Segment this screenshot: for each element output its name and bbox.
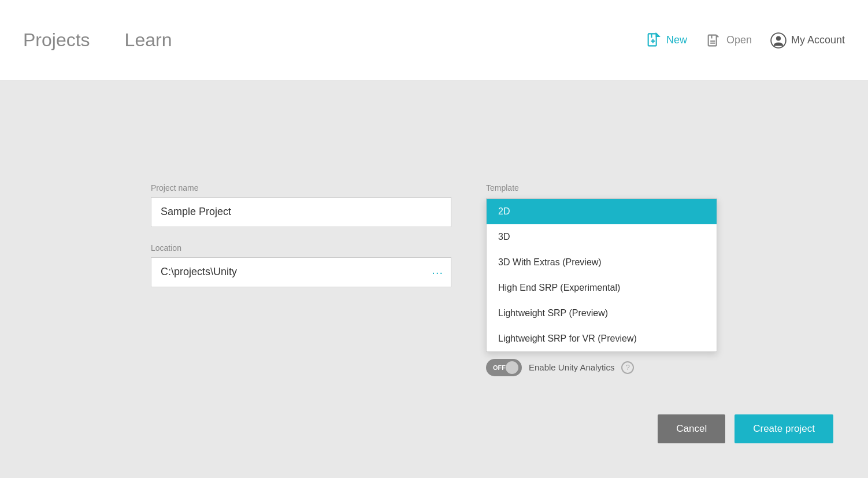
new-label: New [666, 34, 687, 46]
header-actions: New Open My Account [646, 32, 845, 49]
template-option-2d[interactable]: 2D [487, 199, 717, 224]
nav-projects[interactable]: Projects [23, 29, 90, 51]
location-input[interactable] [151, 257, 451, 287]
template-dropdown: 2D 3D 3D With Extras (Preview) High End … [486, 198, 717, 352]
location-label: Location [151, 243, 451, 253]
location-group: Location ··· [151, 243, 451, 287]
form-buttons: Cancel Create project [658, 414, 833, 443]
toggle-knob [506, 361, 518, 374]
open-project-icon [706, 32, 722, 49]
create-project-button[interactable]: Create project [735, 414, 833, 443]
analytics-text: Enable Unity Analytics [529, 362, 614, 372]
toggle-label: OFF [493, 364, 506, 371]
open-project-button[interactable]: Open [706, 32, 752, 49]
analytics-help-icon[interactable]: ? [621, 361, 634, 374]
new-project-icon [646, 32, 662, 49]
new-project-form: Project name Location ··· Template 2D 3D… [151, 183, 717, 376]
browse-button[interactable]: ··· [432, 265, 443, 279]
project-name-label: Project name [151, 183, 451, 192]
account-icon [770, 32, 787, 49]
cancel-button[interactable]: Cancel [658, 414, 725, 443]
svg-rect-0 [648, 34, 656, 46]
template-label: Template [486, 183, 717, 192]
svg-rect-5 [709, 35, 717, 46]
main-nav: Projects Learn [23, 29, 206, 51]
project-name-input[interactable] [151, 197, 451, 227]
template-option-3d[interactable]: 3D [487, 224, 717, 250]
project-name-group: Project name [151, 183, 451, 227]
svg-point-11 [776, 36, 781, 40]
analytics-row: OFF Enable Unity Analytics ? [486, 359, 717, 376]
account-label: My Account [791, 34, 845, 46]
left-panel: Project name Location ··· [151, 183, 451, 287]
template-option-3d-extras[interactable]: 3D With Extras (Preview) [487, 250, 717, 275]
right-panel: Template 2D 3D 3D With Extras (Preview) … [486, 183, 717, 376]
template-option-lightweight-srp-vr[interactable]: Lightweight SRP for VR (Preview) [487, 326, 717, 351]
new-project-button[interactable]: New [646, 32, 687, 49]
template-option-high-end-srp[interactable]: High End SRP (Experimental) [487, 275, 717, 301]
template-option-lightweight-srp[interactable]: Lightweight SRP (Preview) [487, 301, 717, 326]
header: Projects Learn New [0, 0, 868, 81]
nav-learn[interactable]: Learn [125, 29, 172, 51]
open-label: Open [726, 34, 752, 46]
my-account-button[interactable]: My Account [770, 32, 845, 49]
content-area: Project name Location ··· Template 2D 3D… [0, 81, 868, 478]
location-input-wrapper: ··· [151, 257, 451, 287]
analytics-toggle[interactable]: OFF [486, 359, 522, 376]
